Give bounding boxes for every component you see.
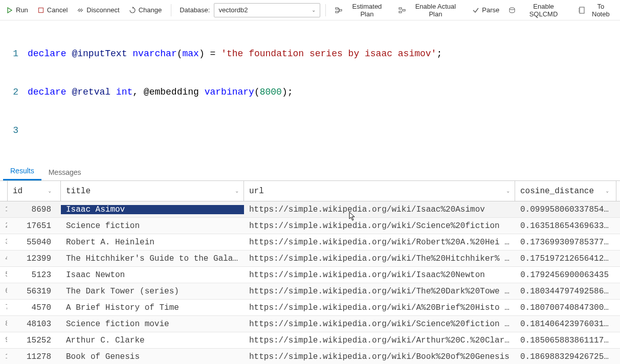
svg-rect-8 <box>580 7 584 13</box>
chevron-down-icon[interactable]: ⌄ <box>507 188 510 194</box>
cell-distance[interactable]: 0.18506588386111733 <box>515 336 616 345</box>
actual-plan-button[interactable]: Enable Actual Plan <box>394 1 468 20</box>
table-row[interactable]: 656319The Dark Tower (series)https://sim… <box>0 283 620 300</box>
cell-url[interactable]: https://simple.wikipedia.org/wiki/Isaac%… <box>244 205 515 214</box>
col-url[interactable]: url⌄ <box>244 181 515 201</box>
grid-header: id⌄ title⌄ url⌄ cosine_distance⌄ <box>0 181 620 201</box>
cell-distance[interactable]: 0.18140642397603168 <box>515 320 616 329</box>
cell-id[interactable]: 11278 <box>8 352 61 361</box>
est-label: Estimated Plan <box>345 3 389 18</box>
notebook-button[interactable]: To Noteb <box>574 1 618 20</box>
cell-title[interactable]: Science fiction <box>61 221 244 231</box>
change-button[interactable]: Change <box>125 4 166 16</box>
line-number: 2 <box>0 86 28 99</box>
cell-url[interactable]: https://simple.wikipedia.org/wiki/The%20… <box>244 287 515 296</box>
cell-title[interactable]: Science fiction movie <box>61 320 244 329</box>
cell-id[interactable]: 55040 <box>8 238 61 247</box>
table-row[interactable]: 1011278Book of Genesishttps://simple.wik… <box>0 349 620 364</box>
svg-rect-1 <box>336 8 338 9</box>
tab-results[interactable]: Results <box>3 163 41 180</box>
cell-distance[interactable]: 0.17369930978537718 <box>515 238 616 247</box>
cell-url[interactable]: https://simple.wikipedia.org/wiki/A%20Br… <box>244 303 515 312</box>
table-row[interactable]: 18698Isaac Asimovhttps://simple.wikipedi… <box>0 201 620 218</box>
database-select[interactable]: vectordb2 ⌄ <box>214 3 320 17</box>
database-value: vectordb2 <box>218 6 248 14</box>
col-title[interactable]: title⌄ <box>61 181 244 201</box>
sqlcmd-label: Enable SQLCMD <box>518 3 568 18</box>
svg-rect-3 <box>339 9 342 11</box>
cell-url[interactable]: https://simple.wikipedia.org/wiki/Scienc… <box>244 320 515 329</box>
table-row[interactable]: 355040Robert A. Heinleinhttps://simple.w… <box>0 234 620 251</box>
cell-url[interactable]: https://simple.wikipedia.org/wiki/Robert… <box>244 238 515 247</box>
chevron-down-icon[interactable]: ⌄ <box>49 188 51 194</box>
cell-title[interactable]: The Hitchhiker's Guide to the Galaxy <box>61 254 244 263</box>
cell-id[interactable]: 12399 <box>8 254 61 263</box>
row-number: 7 <box>0 303 8 312</box>
cell-url[interactable]: https://simple.wikipedia.org/wiki/Isaac%… <box>244 270 515 280</box>
chevron-down-icon[interactable]: ⌄ <box>236 188 238 194</box>
cell-title[interactable]: Arthur C. Clarke <box>61 336 244 345</box>
svg-rect-5 <box>399 11 402 13</box>
cell-id[interactable]: 4570 <box>8 303 61 312</box>
estimated-plan-button[interactable]: Estimated Plan <box>331 1 393 20</box>
table-row[interactable]: 74570A Brief History of Timehttps://simp… <box>0 300 620 316</box>
col-id[interactable]: id⌄ <box>8 181 61 201</box>
line-number: 1 <box>0 48 28 60</box>
chevron-down-icon: ⌄ <box>312 7 316 13</box>
cancel-button[interactable]: Cancel <box>33 4 72 16</box>
results-tabs: Results Messages <box>0 161 620 181</box>
notebook-label: To Noteb <box>588 3 614 18</box>
cell-url[interactable]: https://simple.wikipedia.org/wiki/Scienc… <box>244 221 515 231</box>
separator <box>325 4 326 16</box>
parse-label: Parse <box>482 6 499 14</box>
cell-id[interactable]: 48103 <box>8 320 61 329</box>
table-row[interactable]: 412399The Hitchhiker's Guide to the Gala… <box>0 251 620 267</box>
database-label: Database: <box>180 6 210 14</box>
cell-id[interactable]: 56319 <box>8 287 61 296</box>
cell-title[interactable]: Isaac Asimov <box>61 205 244 214</box>
check-icon <box>472 7 479 14</box>
table-row[interactable]: 217651Science fictionhttps://simple.wiki… <box>0 218 620 234</box>
change-icon <box>129 7 136 14</box>
sql-editor[interactable]: 1declare @inputText nvarchar(max) = 'the… <box>0 20 620 161</box>
cell-title[interactable]: The Dark Tower (series) <box>61 287 244 296</box>
disconnect-button[interactable]: Disconnect <box>73 4 123 16</box>
cell-id[interactable]: 17651 <box>8 221 61 231</box>
svg-rect-2 <box>336 11 338 13</box>
run-button[interactable]: Run <box>2 4 32 16</box>
svg-rect-0 <box>38 8 43 12</box>
parse-button[interactable]: Parse <box>468 4 503 16</box>
chevron-down-icon[interactable]: ⌄ <box>606 188 609 194</box>
cell-title[interactable]: Isaac Newton <box>61 270 244 280</box>
cell-url[interactable]: https://simple.wikipedia.org/wiki/Arthur… <box>244 336 515 345</box>
stop-icon <box>37 7 45 14</box>
cell-url[interactable]: https://simple.wikipedia.org/wiki/The%20… <box>244 254 515 263</box>
cell-id[interactable]: 5123 <box>8 270 61 280</box>
plan-icon <box>335 7 342 14</box>
cell-title[interactable]: Book of Genesis <box>61 352 244 361</box>
cell-distance[interactable]: 0.18698832942672572 <box>515 352 616 361</box>
cell-distance[interactable]: 0.16351865436963342 <box>515 221 616 231</box>
cell-title[interactable]: Robert A. Heinlein <box>61 238 244 247</box>
cell-id[interactable]: 15252 <box>8 336 61 345</box>
table-row[interactable]: 915252Arthur C. Clarkehttps://simple.wik… <box>0 332 620 349</box>
cell-distance[interactable]: 0.17519721265641264 <box>515 254 616 263</box>
table-row[interactable]: 55123Isaac Newtonhttps://simple.wikipedi… <box>0 267 620 283</box>
row-number: 1 <box>0 205 8 214</box>
cell-url[interactable]: https://simple.wikipedia.org/wiki/Book%2… <box>244 352 515 361</box>
row-number: 8 <box>0 320 8 328</box>
disconnect-label: Disconnect <box>86 6 119 14</box>
sqlcmd-button[interactable]: Enable SQLCMD <box>504 1 572 20</box>
cell-distance[interactable]: 0.09995806033785404 <box>515 205 616 214</box>
svg-rect-4 <box>399 8 402 9</box>
cell-distance[interactable]: 0.1792456900063435 <box>515 270 616 280</box>
table-row[interactable]: 848103Science fiction moviehttps://simpl… <box>0 316 620 332</box>
row-number: 4 <box>0 254 8 263</box>
col-distance[interactable]: cosine_distance⌄ <box>515 181 616 201</box>
cell-distance[interactable]: 0.18034479749258636 <box>515 287 616 296</box>
cell-id[interactable]: 8698 <box>8 205 61 214</box>
tab-messages[interactable]: Messages <box>41 164 88 180</box>
cell-distance[interactable]: 0.18070074084730003 <box>515 303 616 312</box>
row-number: 6 <box>0 287 8 295</box>
cell-title[interactable]: A Brief History of Time <box>61 303 244 312</box>
